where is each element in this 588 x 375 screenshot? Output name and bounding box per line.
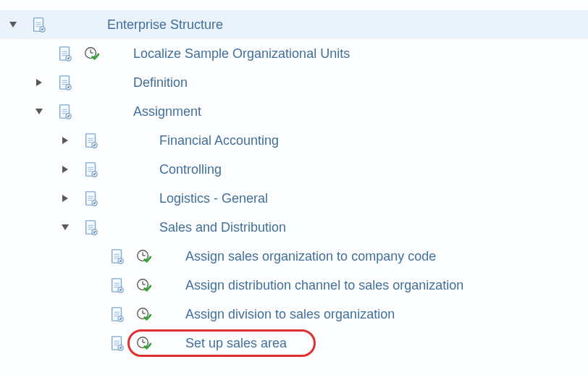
tree-node-sorg-cc[interactable]: Assign sales organization to company cod…	[0, 242, 588, 271]
activity-icon[interactable]	[130, 248, 156, 264]
document-icon	[78, 219, 104, 235]
activity-icon[interactable]	[78, 46, 104, 62]
document-icon	[52, 75, 78, 90]
expand-toggle[interactable]	[0, 22, 26, 28]
expand-toggle[interactable]	[52, 166, 78, 173]
document-icon	[104, 248, 130, 264]
tree-node-dc-sorg[interactable]: Assign distribution channel to sales org…	[0, 271, 588, 300]
document-icon	[52, 46, 78, 62]
tree-node-logistics[interactable]: Logistics - General	[0, 184, 588, 213]
expand-toggle[interactable]	[26, 109, 52, 114]
tree-node-div-sorg[interactable]: Assign division to sales organization	[0, 300, 588, 329]
expand-toggle[interactable]	[26, 79, 52, 86]
tree-node-sales-area[interactable]: Set up sales area	[0, 329, 588, 358]
document-icon	[104, 335, 130, 351]
tree-node-label: Assign division to sales organization	[182, 307, 588, 322]
tree-node-label: Sales and Distribution	[156, 220, 588, 235]
document-icon	[78, 132, 104, 148]
tree-node-sd[interactable]: Sales and Distribution	[0, 213, 588, 242]
document-icon	[26, 17, 52, 33]
tree-node-label: Assign sales organization to company cod…	[182, 249, 588, 264]
tree-node-localize[interactable]: Localize Sample Organizational Units	[0, 39, 588, 68]
document-icon	[78, 161, 104, 177]
tree-node-co[interactable]: Controlling	[0, 155, 588, 184]
tree-node-label: Definition	[130, 75, 588, 90]
expand-toggle[interactable]	[52, 224, 78, 230]
tree-node-label: Enterprise Structure	[104, 17, 588, 33]
activity-icon[interactable]	[130, 335, 156, 351]
activity-icon[interactable]	[130, 306, 156, 322]
tree-node-label: Set up sales area	[182, 336, 588, 351]
tree-node-assignment[interactable]: Assignment	[0, 97, 588, 126]
tree-node-fi[interactable]: Financial Accounting	[0, 126, 588, 155]
tree-node-label: Financial Accounting	[156, 133, 588, 148]
tree-node-definition[interactable]: Definition	[0, 68, 588, 97]
expand-toggle[interactable]	[52, 195, 78, 202]
tree-node-label: Assignment	[130, 104, 588, 119]
document-icon	[52, 104, 78, 119]
document-icon	[104, 306, 130, 322]
document-icon	[78, 190, 104, 206]
expand-toggle[interactable]	[52, 137, 78, 144]
tree-node-enterprise-structure[interactable]: Enterprise Structure	[0, 10, 588, 39]
activity-icon[interactable]	[130, 277, 156, 293]
document-icon	[104, 277, 130, 293]
img-tree: Enterprise Structure Localize Sample Org…	[0, 0, 588, 358]
tree-node-label: Localize Sample Organizational Units	[130, 46, 588, 62]
tree-node-label: Controlling	[156, 162, 588, 177]
tree-node-label: Logistics - General	[156, 191, 588, 206]
tree-node-label: Assign distribution channel to sales org…	[182, 278, 588, 293]
